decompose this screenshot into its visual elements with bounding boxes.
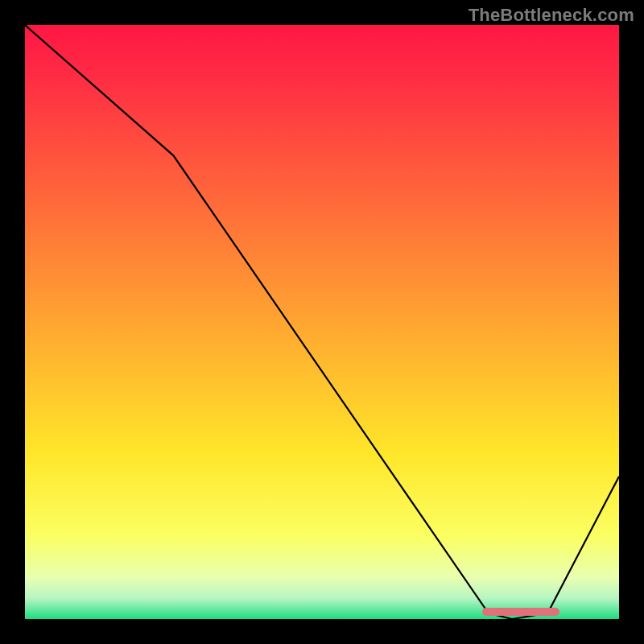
optimal-range-marker — [482, 608, 559, 616]
svg-rect-0 — [25, 25, 619, 619]
chart-frame: TheBottleneck.com — [0, 0, 644, 644]
background-gradient — [25, 25, 619, 619]
plot-area — [25, 25, 619, 619]
watermark-text: TheBottleneck.com — [469, 5, 634, 26]
